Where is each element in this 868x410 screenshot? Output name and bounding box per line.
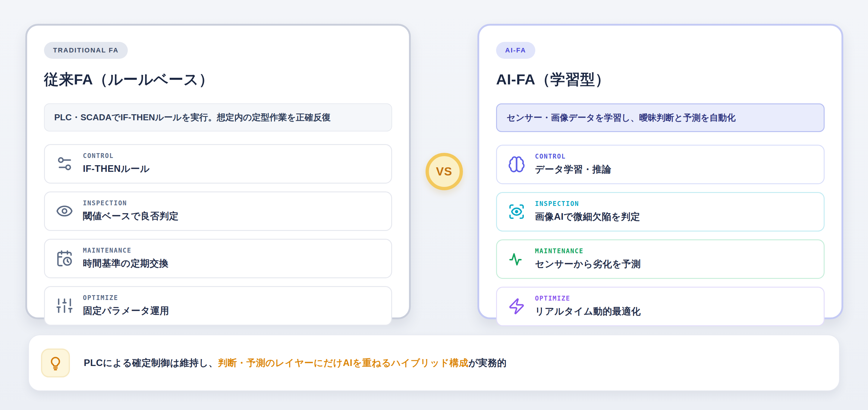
note-text-highlight: 判断・予測のレイヤーにだけAIを重ねるハイブリッド構成	[218, 357, 468, 368]
row-label: INSPECTION	[535, 200, 640, 207]
traditional-fa-badge: TRADITIONAL FA	[44, 42, 128, 59]
lightbulb-icon	[41, 349, 70, 377]
scan-eye-icon	[508, 203, 525, 221]
ai-fa-description: センサー・画像データを学習し、曖昧判断と予測を自動化	[496, 104, 825, 132]
row-value: IF-THENルール	[83, 163, 150, 175]
note-text-suffix: が実務的	[468, 357, 507, 368]
feature-row-control: CONTROL IF-THENルール	[44, 144, 392, 184]
note-card: PLCによる確定制御は維持し、判断・予測のレイヤーにだけAIを重ねるハイブリッド…	[28, 334, 840, 391]
row-text: OPTIMIZE リアルタイム動的最適化	[535, 295, 641, 318]
ai-fa-rows: CONTROL データ学習・推論 INSPECTION	[496, 145, 825, 326]
activity-pulse-icon	[508, 250, 525, 268]
brain-icon	[508, 155, 525, 173]
note-text-prefix: PLCによる確定制御は維持し、	[84, 357, 218, 368]
traditional-fa-rows: CONTROL IF-THENルール INSPECTION 閾値ベースで良否判定	[44, 144, 392, 326]
eye-icon	[56, 202, 73, 220]
row-text: INSPECTION 閾値ベースで良否判定	[83, 200, 179, 223]
row-value: 時間基準の定期交換	[83, 257, 168, 270]
row-label: MAINTENANCE	[535, 247, 641, 255]
row-value: 閾値ベースで良否判定	[83, 210, 179, 223]
sliders-horizontal-icon	[56, 155, 73, 172]
row-value: 固定パラメータ運用	[83, 304, 169, 317]
row-value: センサーから劣化を予測	[535, 258, 641, 270]
row-label: OPTIMIZE	[83, 294, 169, 301]
row-label: INSPECTION	[83, 200, 179, 207]
row-text: CONTROL データ学習・推論	[535, 153, 611, 176]
ai-fa-title: AI-FA（学習型）	[496, 70, 825, 90]
feature-row-maintenance: MAINTENANCE センサーから劣化を予測	[496, 239, 825, 279]
calendar-clock-icon	[56, 250, 73, 267]
row-label: MAINTENANCE	[83, 247, 168, 254]
sliders-vertical-icon	[56, 297, 73, 315]
feature-row-inspection: INSPECTION 閾値ベースで良否判定	[44, 192, 392, 231]
row-text: OPTIMIZE 固定パラメータ運用	[83, 294, 169, 317]
lightning-bolt-icon	[508, 297, 525, 315]
ai-fa-badge: AI-FA	[496, 42, 535, 59]
note-text: PLCによる確定制御は維持し、判断・予測のレイヤーにだけAIを重ねるハイブリッド…	[84, 357, 507, 369]
row-value: 画像AIで微細欠陥を判定	[535, 210, 640, 223]
vs-column: VS	[411, 24, 477, 319]
row-value: リアルタイム動的最適化	[535, 305, 641, 318]
row-label: CONTROL	[535, 153, 611, 160]
feature-row-optimize: OPTIMIZE リアルタイム動的最適化	[496, 287, 825, 326]
row-text: CONTROL IF-THENルール	[83, 152, 150, 175]
row-label: CONTROL	[83, 152, 150, 159]
traditional-fa-card: TRADITIONAL FA 従来FA（ルールベース） PLC・SCADAでIF…	[25, 24, 411, 319]
row-text: MAINTENANCE 時間基準の定期交換	[83, 247, 168, 270]
feature-row-optimize: OPTIMIZE 固定パラメータ運用	[44, 286, 392, 326]
feature-row-control: CONTROL データ学習・推論	[496, 145, 825, 184]
traditional-fa-title: 従来FA（ルールベース）	[44, 70, 392, 90]
ai-fa-card: AI-FA AI-FA（学習型） センサー・画像データを学習し、曖昧判断と予測を…	[477, 24, 843, 319]
feature-row-maintenance: MAINTENANCE 時間基準の定期交換	[44, 239, 392, 278]
comparison-row: TRADITIONAL FA 従来FA（ルールベース） PLC・SCADAでIF…	[25, 24, 843, 319]
traditional-fa-description: PLC・SCADAでIF-THENルールを実行。想定内の定型作業を正確反復	[44, 104, 392, 131]
row-label: OPTIMIZE	[535, 295, 641, 302]
row-text: INSPECTION 画像AIで微細欠陥を判定	[535, 200, 640, 223]
vs-badge: VS	[426, 153, 463, 190]
row-value: データ学習・推論	[535, 163, 611, 176]
row-text: MAINTENANCE センサーから劣化を予測	[535, 247, 641, 270]
feature-row-inspection: INSPECTION 画像AIで微細欠陥を判定	[496, 192, 825, 232]
fa-comparison-infographic: TRADITIONAL FA 従来FA（ルールベース） PLC・SCADAでIF…	[0, 0, 868, 410]
